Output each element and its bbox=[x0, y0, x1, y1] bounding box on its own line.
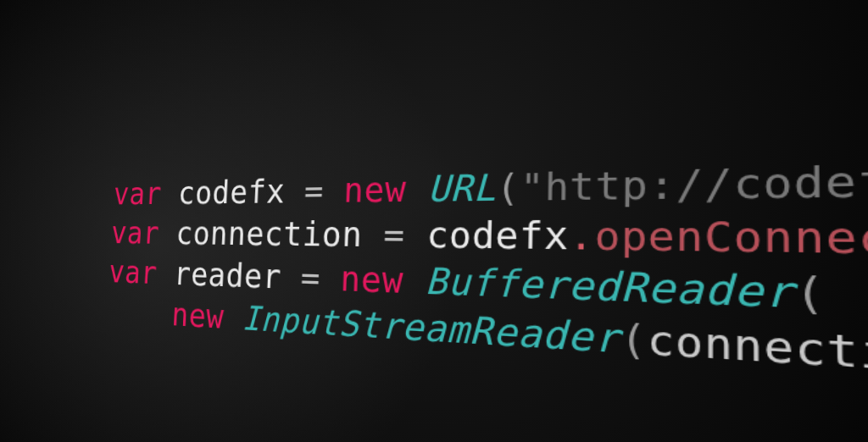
identifier-codefx: codefx bbox=[426, 214, 570, 258]
identifier-connection: connection bbox=[175, 214, 364, 254]
punct-lparen: ( bbox=[496, 166, 520, 209]
keyword-var: var bbox=[110, 215, 160, 251]
punct-lparen: ( bbox=[794, 268, 826, 319]
keyword-new: new bbox=[170, 296, 225, 336]
keyword-var: var bbox=[113, 175, 163, 211]
operator-equals: = bbox=[303, 171, 325, 210]
type-inputstreamreader: InputStreamReader bbox=[242, 299, 620, 362]
operator-equals: = bbox=[300, 258, 321, 298]
punct-dot: . bbox=[569, 213, 595, 258]
type-url: URL bbox=[427, 167, 497, 209]
string-url: "http://codefx.org" bbox=[520, 151, 868, 209]
identifier-codefx: codefx bbox=[177, 173, 286, 211]
keyword-new: new bbox=[340, 259, 404, 301]
keyword-new: new bbox=[343, 169, 407, 210]
keyword-var: var bbox=[108, 254, 158, 290]
code-line-1: var codefx = new URL("http://codefx.org"… bbox=[113, 148, 868, 211]
identifier-reader: reader bbox=[173, 256, 282, 296]
code-block: var codefx = new URL("http://codefx.org"… bbox=[103, 45, 868, 442]
perspective-stage: var codefx = new URL("http://codefx.org"… bbox=[0, 0, 868, 442]
identifier-connection: connection bbox=[647, 317, 868, 384]
operator-equals: = bbox=[383, 214, 406, 255]
method-openconnection: openConnection bbox=[594, 213, 868, 267]
punct-lparen: ( bbox=[620, 316, 648, 364]
